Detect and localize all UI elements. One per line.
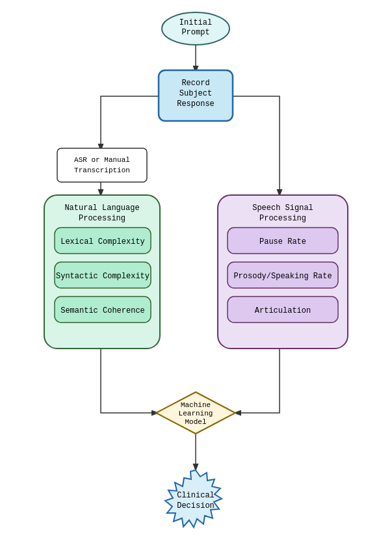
articulation-label: Articulation bbox=[255, 306, 311, 315]
pause-label: Pause Rate bbox=[259, 237, 306, 246]
lexical-label: Lexical Complexity bbox=[60, 237, 145, 246]
svg-text:Decision: Decision bbox=[177, 501, 215, 510]
ssp-group-label: Speech Signal bbox=[252, 204, 313, 213]
flowchart-diagram: Initial Prompt Record Subject Response A… bbox=[0, 0, 392, 554]
asr-label: ASR or Manual bbox=[74, 156, 130, 164]
svg-text:Transcription: Transcription bbox=[74, 166, 130, 174]
svg-text:Model: Model bbox=[185, 418, 206, 426]
svg-text:Prompt: Prompt bbox=[181, 28, 209, 37]
svg-text:Response: Response bbox=[177, 99, 215, 109]
svg-text:Processing: Processing bbox=[259, 214, 306, 223]
nlp-group-label: Natural Language bbox=[64, 204, 139, 213]
initial-prompt-label: Initial bbox=[179, 18, 212, 27]
prosody-label: Prosody/Speaking Rate bbox=[233, 272, 332, 281]
svg-rect-8 bbox=[57, 148, 147, 182]
semantic-label: Semantic Coherence bbox=[60, 306, 145, 315]
svg-text:Learning: Learning bbox=[179, 410, 213, 417]
ml-model-label: Machine bbox=[181, 401, 211, 409]
svg-text:Subject: Subject bbox=[179, 89, 212, 98]
record-response-label: Record bbox=[181, 79, 209, 88]
clinical-label: Clinical bbox=[177, 491, 215, 500]
syntactic-label: Syntactic Complexity bbox=[56, 272, 150, 281]
clinical-decision-starburst: Clinical Decision bbox=[165, 470, 222, 527]
svg-text:Processing: Processing bbox=[79, 214, 125, 223]
